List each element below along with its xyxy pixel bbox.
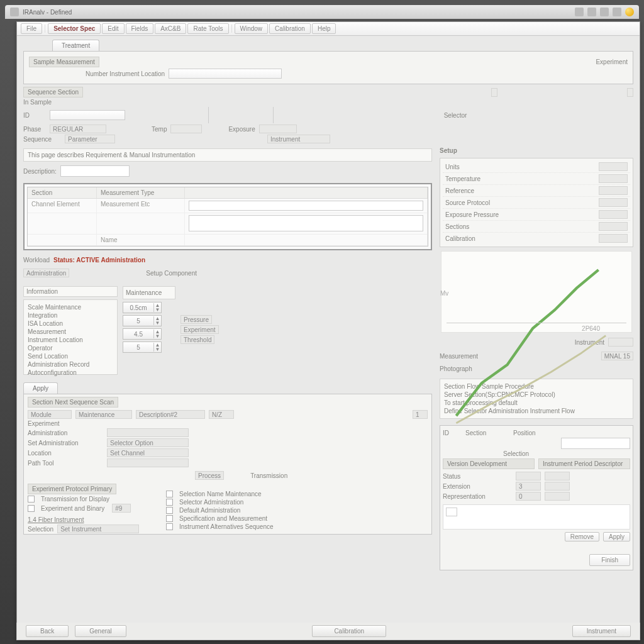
tray-edit-icon[interactable]	[575, 8, 584, 16]
col-desc[interactable]: Description#2	[136, 410, 205, 419]
setup-link[interactable]: Setup Component	[146, 270, 197, 277]
spin-down-icon[interactable]: ▼	[154, 334, 161, 338]
ll-check-label: Specification and Measurement	[179, 515, 267, 522]
ll-check[interactable]	[166, 499, 173, 506]
tab-treatment[interactable]: Treatment	[52, 40, 99, 51]
info-item[interactable]: Instrument Location	[28, 336, 83, 343]
app-icon	[10, 8, 19, 16]
spin-control[interactable]: 0.5cm▲▼	[123, 302, 162, 313]
sectionbar: Sequence Section	[23, 87, 83, 97]
tab-apply[interactable]: Apply	[23, 382, 58, 394]
grid-text-large[interactable]	[189, 215, 423, 231]
info-item[interactable]: Measurement	[28, 328, 66, 335]
setting-value[interactable]	[599, 186, 628, 195]
ll-check[interactable]	[166, 507, 173, 514]
toolbar-help[interactable]: Help	[312, 23, 336, 34]
temp-value[interactable]	[170, 125, 202, 133]
exposure-value[interactable]	[259, 125, 297, 133]
toolbar-edit[interactable]: Edit	[102, 23, 124, 34]
ll-row-val[interactable]: Selector Option	[107, 438, 189, 447]
info-item[interactable]: Integration	[28, 312, 57, 319]
info-item[interactable]: Operator	[28, 345, 52, 352]
spin-control[interactable]: 5▲▼	[123, 315, 162, 326]
header-mark-a	[491, 88, 497, 97]
ll-check[interactable]	[166, 523, 173, 530]
card-row-extra[interactable]	[545, 492, 570, 501]
ll-check[interactable]	[166, 491, 173, 497]
setting-value[interactable]	[599, 234, 628, 243]
toolbar-rate-tools[interactable]: Rate Tools	[187, 23, 228, 34]
application-window: File Selector Spec Edit Fields AxC&B Rat…	[16, 21, 640, 640]
card-row-val[interactable]	[516, 472, 541, 480]
footer-instrument-button[interactable]: Instrument	[572, 625, 631, 637]
card-tab-a[interactable]: Version Development	[443, 458, 535, 469]
grid-header-extra[interactable]	[185, 187, 428, 198]
toolbar-selector-spec[interactable]: Selector Spec	[48, 23, 101, 34]
setting-value[interactable]	[599, 162, 628, 171]
info-item[interactable]: Send Location	[28, 353, 68, 360]
grid-cell[interactable]: Channel Element	[28, 199, 97, 213]
setting-value[interactable]	[599, 222, 628, 231]
spin-control[interactable]: 5▲▼	[123, 341, 162, 353]
spin-down-icon[interactable]: ▼	[154, 308, 161, 312]
ll-link[interactable]: 1.4 Fiber Instrument	[28, 516, 84, 523]
ll-check-label: Instrument Alternatives Sequence	[179, 523, 274, 530]
info-item[interactable]: ISA Location	[28, 320, 63, 327]
toolbar-axcb[interactable]: AxC&B	[155, 23, 186, 34]
footer-back-button[interactable]: Back	[26, 625, 69, 637]
ll-row-val[interactable]: Set Channel	[107, 448, 189, 457]
card-apply-button[interactable]: Apply	[603, 532, 630, 541]
footer-calibration-button[interactable]: Calibration	[312, 625, 386, 637]
toolbar-window[interactable]: Window	[235, 23, 269, 34]
card-remove-button[interactable]: Remove	[565, 532, 599, 541]
setting-value[interactable]	[599, 174, 628, 183]
grid-header-section[interactable]: Section	[28, 187, 97, 198]
setting-value[interactable]	[599, 210, 628, 219]
card-row-key: Extension	[443, 483, 512, 490]
card-input[interactable]	[561, 438, 630, 449]
spin-control[interactable]: 4.5▲▼	[123, 328, 162, 340]
col-maint[interactable]: Maintenance	[75, 410, 132, 419]
setting-value[interactable]	[599, 198, 628, 207]
grid-header-type[interactable]: Measurement Type	[97, 187, 185, 198]
toolbar-calibration[interactable]: Calibration	[269, 23, 311, 34]
ll-row-val[interactable]	[107, 458, 189, 467]
selector-header: Selector	[277, 112, 633, 119]
tray-orb-icon[interactable]	[625, 8, 634, 16]
pathrow-input[interactable]	[169, 69, 282, 79]
card-row-extra[interactable]	[545, 482, 570, 491]
phase-label: Phase	[23, 126, 46, 133]
info-item[interactable]: Autoconfiguration	[28, 369, 77, 376]
grid-cell[interactable]: Measurement Etc	[97, 199, 185, 213]
ll-check[interactable]	[166, 515, 173, 522]
col-module[interactable]: Module	[28, 410, 72, 419]
tray-book-icon[interactable]	[587, 8, 596, 16]
spin-down-icon[interactable]: ▼	[154, 347, 161, 352]
info-item[interactable]: Scale Maintenance	[28, 304, 81, 311]
col-val: 1	[413, 410, 428, 419]
info-item[interactable]: Administration Record	[28, 361, 89, 368]
combo-value[interactable]: Set Instrument	[57, 525, 139, 533]
ll-row-val[interactable]	[107, 428, 189, 437]
toolbar-file[interactable]: File	[21, 23, 42, 34]
spin-down-icon[interactable]: ▼	[154, 321, 161, 325]
search-input[interactable]	[60, 165, 130, 177]
chk-experiment-binary[interactable]	[28, 505, 35, 512]
ll-check-label: Selector Administration	[179, 499, 243, 506]
card-row-val[interactable]: 3	[516, 482, 541, 491]
card-tab-b[interactable]: Instrument Period Descriptor	[538, 458, 630, 469]
tray-screen-icon[interactable]	[600, 8, 609, 16]
card-row-extra[interactable]	[545, 472, 570, 480]
col-nz[interactable]: N/Z	[209, 410, 234, 419]
chk-transmission[interactable]	[28, 496, 35, 502]
card-row-val[interactable]: 0	[516, 492, 541, 501]
finish-button[interactable]: Finish	[589, 554, 630, 566]
id-input[interactable]	[50, 110, 125, 120]
toolbar-fields[interactable]: Fields	[126, 23, 154, 34]
ll-sub: Experiment	[28, 420, 60, 427]
subtab-sample-measurement[interactable]: Sample Measurement	[29, 57, 99, 67]
tray-pencil-icon[interactable]	[613, 8, 621, 16]
grid-cell-name[interactable]: Name	[97, 235, 185, 245]
footer-general-button[interactable]: General	[75, 625, 126, 637]
grid-text[interactable]	[189, 201, 423, 211]
